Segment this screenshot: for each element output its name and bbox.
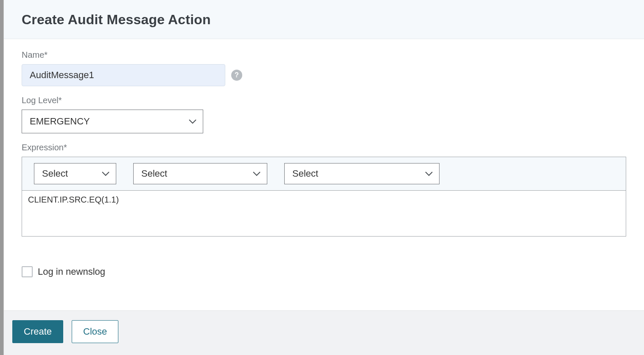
- close-button[interactable]: Close: [72, 320, 118, 343]
- chevron-down-icon: [101, 168, 110, 179]
- field-name: Name* ?: [22, 50, 626, 86]
- field-log-level: Log Level* EMERGENCY: [22, 96, 626, 133]
- dialog-body: Name* ? Log Level* EMERGENCY Expression*…: [4, 39, 644, 310]
- log-newnslog-label: Log in newnslog: [38, 266, 105, 277]
- field-expression: Expression* Select Select Select: [22, 143, 626, 237]
- chevron-down-icon: [252, 168, 261, 179]
- expression-toolbar: Select Select Select: [22, 157, 626, 191]
- log-newnslog-checkbox[interactable]: [22, 266, 33, 277]
- name-input[interactable]: [22, 64, 225, 86]
- name-row: ?: [22, 64, 626, 86]
- dialog-footer: Create Close: [4, 310, 644, 355]
- dialog-create-audit-message-action: Create Audit Message Action Name* ? Log …: [3, 0, 644, 355]
- expression-textarea[interactable]: [22, 191, 626, 237]
- expression-select-1[interactable]: Select: [34, 163, 116, 184]
- create-button[interactable]: Create: [12, 320, 63, 343]
- expression-select-2[interactable]: Select: [133, 163, 267, 184]
- expression-label: Expression*: [22, 143, 626, 152]
- name-label: Name*: [22, 50, 626, 60]
- help-icon[interactable]: ?: [231, 70, 242, 81]
- expression-select-2-value: Select: [141, 168, 167, 179]
- chevron-down-icon: [425, 168, 433, 179]
- field-log-newnslog: Log in newnslog: [22, 266, 626, 277]
- log-level-label: Log Level*: [22, 96, 626, 105]
- expression-select-3-value: Select: [292, 168, 318, 179]
- page-title: Create Audit Message Action: [22, 12, 626, 28]
- expression-select-1-value: Select: [42, 168, 68, 179]
- expression-select-3[interactable]: Select: [284, 163, 440, 184]
- log-level-select[interactable]: EMERGENCY: [22, 110, 203, 133]
- dialog-header: Create Audit Message Action: [4, 0, 644, 39]
- chevron-down-icon: [188, 116, 197, 127]
- log-level-value: EMERGENCY: [30, 116, 90, 127]
